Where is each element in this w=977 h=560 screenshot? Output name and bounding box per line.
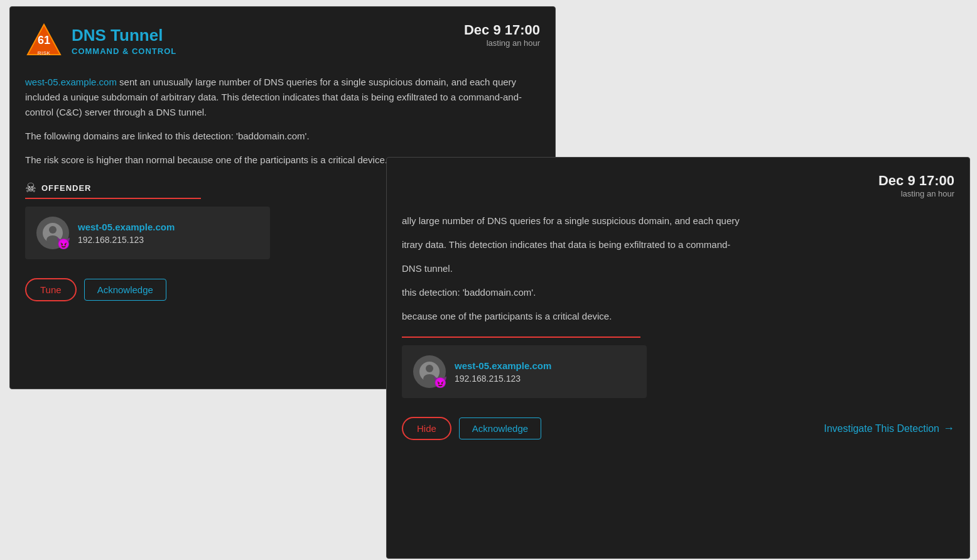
offender-avatar-2: 😈 [413, 355, 446, 388]
risk-score: 61 [38, 35, 50, 46]
description-domains: The following domains are linked to this… [25, 129, 540, 144]
partial-desc-2: itrary data. This detection indicates th… [402, 237, 954, 252]
offender-ip-2: 192.168.215.123 [455, 374, 551, 384]
arrow-right-icon-2: → [943, 422, 954, 435]
offender-card-1: 😈 west-05.example.com 192.168.215.123 [25, 207, 270, 259]
card-datetime: Dec 9 17:00 [464, 22, 540, 38]
offender-divider [25, 198, 201, 199]
title-block: DNS Tunnel COMMAND & CONTROL [72, 26, 176, 56]
card-datetime-2: Dec 9 17:00 [878, 173, 954, 189]
partial-desc-1: ally large number of DNS queries for a s… [402, 213, 954, 229]
acknowledge-button[interactable]: Acknowledge [84, 279, 166, 301]
offender-name[interactable]: west-05.example.com [78, 222, 175, 232]
card-header-2: Dec 9 17:00 lasting an hour [402, 173, 954, 198]
skull-icon: ☠ [25, 180, 36, 195]
risk-label: RISK [38, 50, 51, 56]
partial-text-1: ally large number of DNS queries for a s… [402, 215, 740, 226]
partial-desc-4: this detection: 'baddomain.com'. [402, 285, 954, 300]
svg-point-5 [426, 365, 433, 372]
header-left: 61 RISK DNS Tunnel COMMAND & CONTROL [25, 22, 176, 60]
header-right: Dec 9 17:00 lasting an hour [464, 22, 540, 48]
card-duration: lasting an hour [464, 38, 540, 48]
header-right-2: Dec 9 17:00 lasting an hour [878, 173, 954, 198]
hide-button[interactable]: Hide [402, 417, 451, 440]
detection-card-2: Dec 9 17:00 lasting an hour ally large n… [386, 157, 970, 559]
offender-card-2: 😈 west-05.example.com 192.168.215.123 [402, 345, 647, 398]
svg-point-2 [49, 226, 57, 234]
offender-ip: 192.168.215.123 [78, 235, 175, 245]
offender-divider-2 [402, 337, 640, 338]
offender-name-2[interactable]: west-05.example.com [455, 360, 551, 371]
offender-link[interactable]: west-05.example.com [25, 77, 117, 87]
footer-left: Tune Acknowledge [25, 278, 166, 301]
crown-icon-2: 😈 [433, 375, 447, 389]
offender-avatar: 😈 [36, 217, 69, 249]
card-category: COMMAND & CONTROL [72, 46, 176, 56]
risk-badge: 61 RISK [25, 22, 63, 60]
card-header-1: 61 RISK DNS Tunnel COMMAND & CONTROL Dec… [25, 22, 540, 60]
partial-text-2: itrary data. This detection indicates th… [402, 239, 730, 250]
partial-desc-5: because one of the participants is a cri… [402, 309, 954, 324]
offender-section-title: OFFENDER [41, 183, 92, 193]
investigate-button-2[interactable]: Investigate This Detection → [824, 422, 954, 435]
footer-left-2: Hide Acknowledge [402, 417, 541, 440]
investigate-label-2: Investigate This Detection [824, 423, 939, 434]
offender-info-2: west-05.example.com 192.168.215.123 [455, 360, 551, 384]
partial-desc-3: DNS tunnel. [402, 261, 954, 276]
offender-info: west-05.example.com 192.168.215.123 [78, 222, 175, 245]
crown-icon: 😈 [57, 237, 70, 250]
partial-text-3: DNS tunnel. [402, 263, 453, 274]
partial-text-5: because one of the participants is a cri… [402, 311, 612, 321]
card-title: DNS Tunnel [72, 26, 176, 45]
tune-button[interactable]: Tune [25, 278, 77, 301]
card-footer-2: Hide Acknowledge Investigate This Detect… [402, 417, 954, 440]
partial-text-4: this detection: 'baddomain.com'. [402, 287, 536, 298]
card-duration-2: lasting an hour [878, 189, 954, 198]
card-description: west-05.example.com sent an unusually la… [25, 75, 540, 120]
acknowledge-button-2[interactable]: Acknowledge [459, 417, 541, 439]
